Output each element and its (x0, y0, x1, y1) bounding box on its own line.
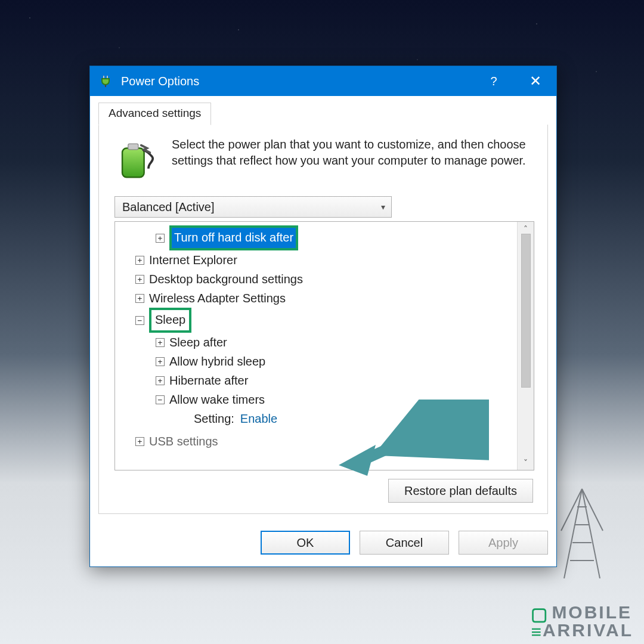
titlebar[interactable]: Power Options ? ✕ (90, 66, 556, 96)
expand-icon[interactable]: + (135, 275, 144, 284)
chevron-down-icon: ▾ (381, 202, 385, 212)
power-plan-select[interactable]: Balanced [Active] ▾ (114, 196, 392, 218)
scroll-down-icon[interactable]: ˅ (524, 458, 528, 467)
scroll-up-icon[interactable]: ˄ (524, 224, 528, 234)
apply-button: Apply (459, 531, 548, 555)
background-antenna-silhouette (558, 483, 606, 578)
ok-button[interactable]: OK (261, 531, 350, 555)
tree-node-allow-wake-timers[interactable]: − Allow wake timers (119, 390, 513, 409)
cancel-button[interactable]: Cancel (360, 531, 449, 555)
expand-icon[interactable]: + (156, 234, 165, 243)
tree-label: Sleep (155, 313, 185, 326)
tree-node-usb-settings[interactable]: + USB settings (119, 432, 513, 451)
tree-node-allow-hybrid-sleep[interactable]: + Allow hybrid sleep (119, 352, 513, 371)
settings-tree-container: + Turn off hard disk after + Internet Ex… (114, 221, 534, 470)
dialog-button-row: OK Cancel Apply (90, 522, 556, 566)
battery-plug-icon (112, 137, 159, 183)
setting-value-dropdown[interactable]: Enable (240, 409, 277, 428)
tree-label: Hibernate after (169, 371, 248, 390)
window-title: Power Options (121, 75, 199, 88)
highlight-box: Sleep (149, 308, 191, 333)
help-button[interactable]: ? (473, 66, 515, 96)
bars-icon: ≡ (531, 623, 540, 641)
tree-node-sleep[interactable]: − Sleep (119, 308, 513, 333)
wake-timers-setting-row[interactable]: Setting: Enable (119, 409, 513, 428)
tree-label-selected: Turn off hard disk after (172, 228, 296, 248)
tree-label: Allow hybrid sleep (169, 352, 265, 371)
restore-plan-defaults-button[interactable]: Restore plan defaults (388, 479, 533, 503)
tree-label: Wireless Adapter Settings (149, 289, 286, 308)
expand-icon[interactable]: + (156, 357, 165, 366)
phone-icon: ▢ (531, 605, 549, 623)
expand-icon[interactable]: + (156, 338, 165, 347)
restore-row: Restore plan defaults (112, 479, 534, 503)
expand-icon[interactable]: + (135, 437, 144, 446)
intro-row: Select the power plan that you want to c… (112, 137, 534, 183)
watermark-logo: ▢MOBILE ≡ARRIVAL (531, 603, 633, 639)
power-plan-value: Balanced [Active] (122, 200, 215, 214)
watermark-line1: MOBILE (552, 602, 632, 622)
settings-tree[interactable]: + Turn off hard disk after + Internet Ex… (115, 222, 517, 470)
tab-strip: Advanced settings (98, 102, 548, 125)
tab-panel: Select the power plan that you want to c… (98, 125, 548, 514)
tree-label: Internet Explorer (149, 250, 237, 270)
collapse-icon[interactable]: − (156, 395, 165, 404)
tree-node-turn-off-hard-disk-after[interactable]: + Turn off hard disk after (119, 225, 513, 250)
power-options-dialog: Power Options ? ✕ Advanced settings (89, 66, 557, 567)
tree-node-sleep-after[interactable]: + Sleep after (119, 333, 513, 352)
svg-rect-0 (122, 148, 144, 178)
setting-label: Setting: (194, 409, 234, 428)
highlight-box: Turn off hard disk after (169, 225, 298, 250)
tab-advanced-settings[interactable]: Advanced settings (98, 103, 211, 125)
client-area: Advanced settings (90, 96, 556, 522)
watermark-line2: ARRIVAL (543, 620, 633, 640)
svg-rect-1 (128, 144, 138, 150)
tree-label: USB settings (149, 432, 218, 451)
expand-icon[interactable]: + (135, 294, 144, 303)
collapse-icon[interactable]: − (135, 316, 144, 325)
intro-text: Select the power plan that you want to c… (172, 137, 534, 183)
tree-node-wireless-adapter-settings[interactable]: + Wireless Adapter Settings (119, 289, 513, 308)
tree-node-internet-explorer[interactable]: + Internet Explorer (119, 250, 513, 270)
tree-label: Sleep after (169, 333, 227, 352)
expand-icon[interactable]: + (135, 256, 144, 265)
close-button[interactable]: ✕ (515, 66, 556, 96)
tree-node-hibernate-after[interactable]: + Hibernate after (119, 371, 513, 390)
scrollbar-thumb[interactable] (521, 234, 531, 388)
power-plug-icon (98, 74, 113, 88)
tree-scrollbar[interactable]: ˄ ˅ (517, 222, 534, 470)
tree-label: Desktop background settings (149, 270, 303, 289)
expand-icon[interactable]: + (156, 376, 165, 385)
tree-label: Allow wake timers (169, 390, 265, 409)
tree-node-desktop-background-settings[interactable]: + Desktop background settings (119, 270, 513, 289)
